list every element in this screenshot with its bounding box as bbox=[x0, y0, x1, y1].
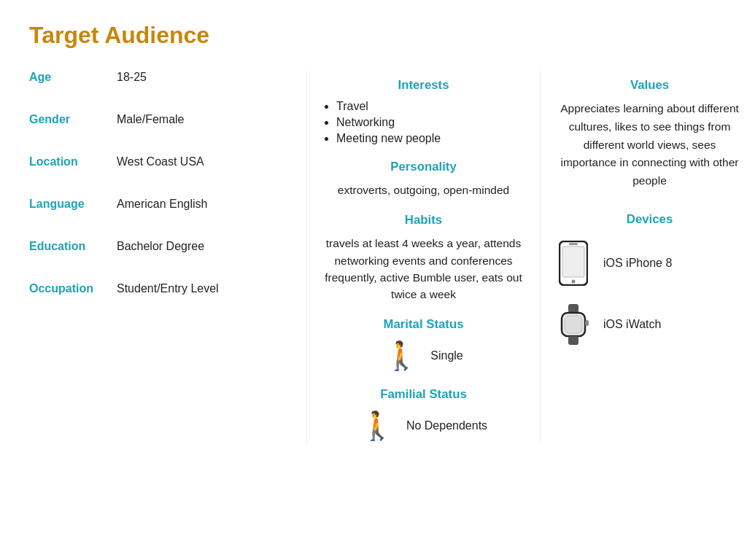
person-icon: 🚶 bbox=[384, 339, 419, 373]
page-title: Target Audience bbox=[29, 22, 718, 49]
gender-row: Gender Male/Female bbox=[29, 113, 292, 126]
familial-header: Familial Status bbox=[314, 387, 533, 402]
location-value: West Coast USA bbox=[117, 155, 204, 168]
marital-section: Marital Status 🚶 Single bbox=[314, 317, 533, 373]
gender-label: Gender bbox=[29, 113, 117, 126]
devices-header: Devices bbox=[555, 212, 744, 227]
age-row: Age 18-25 bbox=[29, 71, 292, 84]
svg-rect-4 bbox=[568, 304, 578, 313]
svg-rect-1 bbox=[562, 246, 584, 277]
device-row-iphone: iOS iPhone 8 bbox=[555, 241, 744, 285]
familial-value: No Dependents bbox=[406, 419, 487, 432]
right-column: Values Appreciates learning about differ… bbox=[540, 71, 744, 443]
habits-header: Habits bbox=[314, 213, 533, 228]
iwatch-icon bbox=[555, 303, 592, 346]
svg-rect-7 bbox=[565, 316, 582, 333]
svg-rect-3 bbox=[569, 244, 578, 246]
values-text: Appreciates learning about different cul… bbox=[555, 100, 744, 190]
personality-text: extroverts, outgoing, open-minded bbox=[314, 182, 533, 198]
occupation-row: Occupation Student/Entry Level bbox=[29, 282, 292, 295]
age-value: 18-25 bbox=[117, 71, 147, 84]
habits-text: travels at least 4 weeks a year, attends… bbox=[314, 235, 533, 303]
svg-rect-8 bbox=[585, 320, 589, 326]
svg-rect-6 bbox=[568, 336, 578, 345]
education-row: Education Bachelor Degree bbox=[29, 240, 292, 253]
values-header: Values bbox=[555, 78, 744, 93]
iphone-icon bbox=[555, 241, 592, 285]
interests-header: Interests bbox=[314, 78, 533, 93]
demographics-column: Age 18-25 Gender Male/Female Location We… bbox=[29, 71, 306, 443]
occupation-label: Occupation bbox=[29, 282, 117, 295]
language-label: Language bbox=[29, 198, 117, 211]
marital-value: Single bbox=[430, 349, 462, 362]
occupation-value: Student/Entry Level bbox=[117, 282, 219, 295]
iphone-label: iOS iPhone 8 bbox=[603, 257, 672, 270]
svg-point-2 bbox=[572, 280, 576, 284]
location-row: Location West Coast USA bbox=[29, 155, 292, 168]
device-row-iwatch: iOS iWatch bbox=[555, 303, 744, 346]
marital-header: Marital Status bbox=[314, 317, 533, 332]
interest-item: Networking bbox=[336, 116, 533, 129]
person-icon-2: 🚶 bbox=[360, 409, 395, 443]
gender-value: Male/Female bbox=[117, 113, 184, 126]
interests-list: Travel Networking Meeting new people bbox=[314, 100, 533, 145]
main-grid: Age 18-25 Gender Male/Female Location We… bbox=[29, 71, 718, 443]
iwatch-label: iOS iWatch bbox=[603, 318, 661, 331]
personality-header: Personality bbox=[314, 160, 533, 174]
familial-section: Familial Status 🚶 No Dependents bbox=[314, 387, 533, 443]
education-value: Bachelor Degree bbox=[117, 240, 204, 253]
language-value: American English bbox=[117, 198, 208, 211]
language-row: Language American English bbox=[29, 198, 292, 211]
education-label: Education bbox=[29, 240, 117, 253]
interest-item: Travel bbox=[336, 100, 533, 113]
interest-item: Meeting new people bbox=[336, 132, 533, 145]
age-label: Age bbox=[29, 71, 117, 84]
middle-column: Interests Travel Networking Meeting new … bbox=[306, 71, 540, 443]
location-label: Location bbox=[29, 155, 117, 168]
